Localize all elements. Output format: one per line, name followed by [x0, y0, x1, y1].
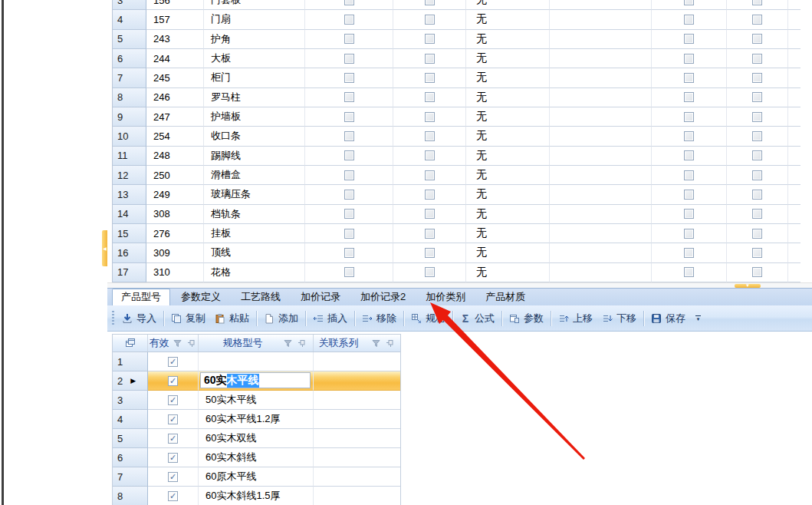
- cell-flag-4[interactable]: [727, 224, 788, 243]
- checkbox-unchecked[interactable]: [752, 248, 762, 258]
- cell-series[interactable]: [314, 410, 400, 429]
- pin-icon[interactable]: [297, 338, 307, 348]
- cell-flag-2[interactable]: [393, 263, 466, 282]
- cell-blank[interactable]: [550, 0, 652, 10]
- filter-icon[interactable]: [371, 338, 382, 348]
- checkbox-unchecked[interactable]: [752, 15, 762, 25]
- spec-button[interactable]: 规格: [406, 309, 450, 328]
- tab-item[interactable]: 工艺路线: [232, 289, 290, 305]
- cell-flag-3[interactable]: [652, 166, 727, 185]
- cell-category-name[interactable]: 护墙板: [204, 107, 305, 127]
- cell-category-id[interactable]: 248: [146, 147, 204, 166]
- cell-flag-2[interactable]: [393, 243, 466, 262]
- cell-flag-2[interactable]: [393, 127, 466, 146]
- checkbox-checked[interactable]: ✓: [168, 395, 178, 405]
- cell-blank[interactable]: [550, 10, 652, 29]
- cell-flag-4[interactable]: [727, 0, 788, 10]
- cell-flag-2[interactable]: [393, 224, 466, 243]
- row-header[interactable]: 14: [113, 205, 146, 224]
- cell-category-name[interactable]: 护角: [204, 30, 305, 49]
- cell-valid[interactable]: ✓: [148, 371, 199, 391]
- cell-valid[interactable]: ✓: [148, 448, 199, 467]
- column-header-valid[interactable]: 有效: [148, 335, 199, 352]
- cell-flag-2[interactable]: [393, 30, 466, 49]
- row-header[interactable]: 10: [113, 127, 146, 146]
- cell-pricing-category[interactable]: 无: [466, 147, 550, 166]
- cell-flag-4[interactable]: [727, 88, 788, 107]
- checkbox-unchecked[interactable]: [344, 150, 354, 160]
- cell-flag-2[interactable]: [393, 205, 466, 224]
- checkbox-unchecked[interactable]: [344, 73, 354, 83]
- checkbox-checked[interactable]: ✓: [168, 472, 178, 482]
- checkbox-unchecked[interactable]: [684, 54, 694, 64]
- checkbox-unchecked[interactable]: [344, 92, 354, 102]
- cell-flag-2[interactable]: [393, 185, 466, 204]
- cell-category-id[interactable]: 156: [146, 0, 204, 10]
- cell-flag-1[interactable]: [305, 127, 393, 146]
- cell-flag-1[interactable]: [305, 263, 393, 282]
- checkbox-unchecked[interactable]: [684, 170, 694, 180]
- copy-button[interactable]: 复制: [166, 309, 210, 328]
- cell-pricing-category[interactable]: 无: [466, 10, 550, 29]
- cell-category-name[interactable]: 门套板: [204, 0, 305, 10]
- horizontal-splitter[interactable]: ▼: [107, 282, 812, 288]
- cell-blank[interactable]: [550, 30, 652, 49]
- checkbox-unchecked[interactable]: [344, 131, 354, 141]
- cell-flag-3[interactable]: [652, 263, 727, 282]
- row-header[interactable]: 17: [113, 263, 146, 282]
- cell-flag-4[interactable]: [727, 185, 788, 204]
- cell-series[interactable]: [314, 448, 400, 467]
- cell-category-name[interactable]: 档轨条: [204, 205, 305, 224]
- checkbox-unchecked[interactable]: [684, 34, 694, 44]
- checkbox-unchecked[interactable]: [425, 150, 435, 160]
- cell-pricing-category[interactable]: 无: [466, 68, 550, 87]
- cell-flag-4[interactable]: [727, 263, 788, 282]
- row-header[interactable]: 16: [113, 243, 146, 262]
- checkbox-unchecked[interactable]: [752, 131, 762, 141]
- cell-pricing-category[interactable]: 无: [466, 166, 550, 185]
- cell-category-id[interactable]: 243: [146, 30, 204, 49]
- cell-pricing-category[interactable]: 无: [466, 88, 550, 107]
- cell-series[interactable]: [314, 429, 400, 448]
- cell-flag-2[interactable]: [393, 0, 466, 10]
- cell-spec-model[interactable]: 50实木平线: [199, 391, 314, 410]
- cell-category-name[interactable]: 柜门: [204, 68, 305, 87]
- import-button[interactable]: 导入: [117, 309, 161, 328]
- cell-flag-1[interactable]: [305, 0, 393, 10]
- cell-category-name[interactable]: 门扇: [204, 10, 305, 29]
- row-header[interactable]: 4: [113, 410, 148, 429]
- insert-button[interactable]: 插入: [308, 309, 352, 328]
- cell-flag-3[interactable]: [652, 127, 727, 146]
- checkbox-unchecked[interactable]: [425, 92, 435, 102]
- cell-flag-1[interactable]: [305, 147, 393, 166]
- checkbox-checked[interactable]: ✓: [168, 491, 178, 501]
- cell-pricing-category[interactable]: 无: [466, 243, 550, 262]
- column-header-spec[interactable]: 规格型号: [199, 335, 314, 352]
- cell-pricing-category[interactable]: 无: [466, 127, 550, 146]
- cell-flag-4[interactable]: [727, 68, 788, 87]
- cell-series[interactable]: [314, 487, 400, 505]
- cell-pricing-category[interactable]: 无: [466, 107, 550, 127]
- cell-category-id[interactable]: 245: [146, 68, 204, 87]
- pin-icon[interactable]: [186, 338, 197, 348]
- row-header[interactable]: 6: [113, 49, 146, 68]
- cell-flag-1[interactable]: [305, 88, 393, 107]
- cell-flag-3[interactable]: [652, 205, 727, 224]
- cell-category-id[interactable]: 309: [146, 243, 204, 262]
- checkbox-unchecked[interactable]: [752, 190, 762, 200]
- checkbox-unchecked[interactable]: [425, 190, 435, 200]
- cell-category-name[interactable]: 踢脚线: [204, 147, 305, 166]
- row-header[interactable]: 9: [113, 107, 146, 127]
- move-up-button[interactable]: 上移: [554, 309, 597, 328]
- cell-flag-4[interactable]: [727, 147, 788, 166]
- checkbox-unchecked[interactable]: [344, 170, 354, 180]
- cell-flag-3[interactable]: [652, 243, 727, 262]
- save-button[interactable]: 保存: [646, 309, 690, 328]
- checkbox-unchecked[interactable]: [425, 0, 435, 5]
- cell-flag-4[interactable]: [727, 49, 788, 68]
- formula-button[interactable]: Σ公式: [455, 309, 499, 328]
- checkbox-unchecked[interactable]: [684, 73, 694, 83]
- cell-flag-1[interactable]: [305, 107, 393, 127]
- cell-category-name[interactable]: 大板: [204, 49, 305, 68]
- tab-item[interactable]: 加价记录: [291, 289, 350, 305]
